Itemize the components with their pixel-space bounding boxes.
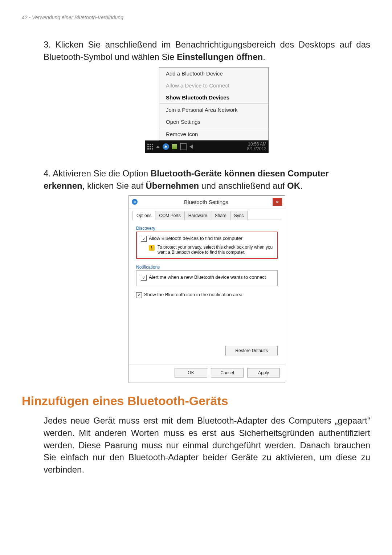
keyboard-icon[interactable] bbox=[147, 144, 153, 150]
tab-sync[interactable]: Sync bbox=[230, 211, 248, 220]
step-4-bold-2: Übernehmen bbox=[146, 181, 199, 191]
taskbar-date: 8/17/2012 bbox=[247, 147, 266, 151]
section-heading: Hinzufügen eines Bluetooth-Geräts bbox=[22, 394, 370, 408]
bluetooth-context-menu: Add a Bluetooth Device Allow a Device to… bbox=[159, 67, 269, 140]
step-4-text-2: , klicken Sie auf bbox=[82, 181, 146, 191]
menu-allow-connect[interactable]: Allow a Device to Connect bbox=[159, 79, 268, 91]
tray-icon[interactable] bbox=[172, 144, 177, 149]
group-notifications-label: Notifications bbox=[136, 265, 278, 270]
group-notifications: ✓ Alert me when a new Bluetooth device w… bbox=[136, 270, 278, 286]
tab-options[interactable]: Options bbox=[132, 211, 155, 220]
warning-icon: ! bbox=[149, 245, 155, 251]
menu-join-pan[interactable]: Join a Personal Area Network bbox=[159, 104, 268, 116]
checkbox-icon: ✓ bbox=[136, 292, 142, 298]
show-hidden-icons-icon[interactable] bbox=[156, 146, 160, 148]
step-4-text-4: . bbox=[300, 181, 303, 191]
dialog-titlebar: ∗ Bluetooth Settings × bbox=[129, 196, 285, 208]
restore-defaults-button[interactable]: Restore Defaults bbox=[225, 346, 278, 355]
dialog-title: Bluetooth Settings bbox=[140, 199, 273, 205]
menu-add-device[interactable]: Add a Bluetooth Device bbox=[159, 68, 268, 79]
privacy-hint-text: To protect your privacy, select this che… bbox=[158, 245, 273, 255]
tab-share[interactable]: Share bbox=[211, 211, 230, 220]
step-4-bold-3: OK bbox=[287, 181, 300, 191]
step-4: 4. Aktivieren Sie die Option Bluetooth-G… bbox=[44, 167, 370, 192]
checkbox-icon: ✓ bbox=[141, 275, 147, 281]
step-3: 3. Klicken Sie anschließend im Benachric… bbox=[44, 38, 370, 63]
screenshot-context-menu: Add a Bluetooth Device Allow a Device to… bbox=[145, 67, 269, 153]
page-header: 42 - Verwendung einer Bluetooth-Verbindu… bbox=[22, 15, 370, 20]
speaker-icon[interactable] bbox=[189, 144, 193, 149]
step-number: 4. bbox=[44, 168, 51, 178]
checkbox-icon: ✓ bbox=[141, 236, 147, 242]
tab-hardware[interactable]: Hardware bbox=[184, 211, 211, 220]
menu-show-devices[interactable]: Show Bluetooth Devices bbox=[159, 91, 268, 103]
step-number: 3. bbox=[44, 40, 51, 49]
checkbox-allow-find[interactable]: ✓ Allow Bluetooth devices to find this c… bbox=[141, 236, 273, 242]
group-discovery-label: Discovery bbox=[136, 226, 278, 231]
ok-button[interactable]: OK bbox=[175, 368, 207, 378]
close-button[interactable]: × bbox=[273, 198, 282, 206]
checkbox-alert-new[interactable]: ✓ Alert me when a new Bluetooth device w… bbox=[141, 274, 273, 281]
cancel-button[interactable]: Cancel bbox=[211, 368, 244, 378]
checkbox-label: Allow Bluetooth devices to find this com… bbox=[149, 236, 242, 241]
bluetooth-icon[interactable]: ∗ bbox=[163, 143, 169, 150]
tab-com-ports[interactable]: COM Ports bbox=[155, 211, 184, 220]
taskbar: ∗ 10:56 AM 8/17/2012 bbox=[145, 140, 269, 153]
bluetooth-icon: ∗ bbox=[132, 199, 138, 205]
group-discovery: ✓ Allow Bluetooth devices to find this c… bbox=[136, 232, 278, 259]
apply-button[interactable]: Apply bbox=[247, 368, 280, 378]
taskbar-clock[interactable]: 10:56 AM 8/17/2012 bbox=[247, 142, 266, 151]
step-4-text-1: Aktivieren Sie die Option bbox=[53, 168, 150, 178]
checkbox-label: Show the Bluetooth icon in the notificat… bbox=[144, 292, 242, 297]
screenshot-bluetooth-settings: ∗ Bluetooth Settings × Options COM Ports… bbox=[128, 195, 285, 383]
checkbox-label: Alert me when a new Bluetooth device wan… bbox=[149, 274, 266, 280]
step-3-text-2: . bbox=[263, 52, 265, 62]
step-3-bold-1: Einstellungen öffnen bbox=[177, 52, 263, 62]
privacy-hint: ! To protect your privacy, select this c… bbox=[149, 245, 273, 255]
menu-remove-icon[interactable]: Remove Icon bbox=[159, 128, 268, 140]
step-4-text-3: und anschließend auf bbox=[199, 181, 287, 191]
dialog-tabs: Options COM Ports Hardware Share Sync bbox=[132, 211, 281, 220]
battery-icon[interactable] bbox=[180, 143, 187, 150]
section-paragraph: Jedes neue Gerät muss erst mit dem Bluet… bbox=[44, 415, 370, 476]
menu-open-settings[interactable]: Open Settings bbox=[159, 116, 268, 128]
checkbox-show-icon[interactable]: ✓ Show the Bluetooth icon in the notific… bbox=[136, 292, 278, 298]
